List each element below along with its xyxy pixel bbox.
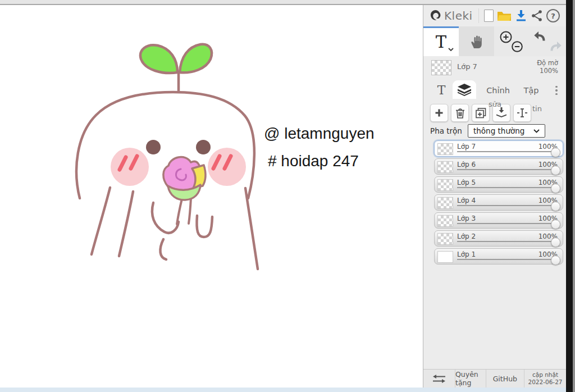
tooltip-fragment-tin: tin [532, 104, 542, 113]
kleki-app-window: @ letamnguyen # hoidap 247 Kleki [0, 0, 575, 392]
layer-name: Lớp 6 [457, 161, 476, 168]
opacity-slider-knob[interactable] [551, 202, 560, 211]
merge-layer-button[interactable] [492, 104, 510, 122]
trash-icon [455, 108, 465, 118]
blend-mode-label: Pha trộn [430, 126, 462, 135]
delete-layer-button[interactable] [451, 104, 469, 122]
swap-arrows-button[interactable] [423, 370, 455, 388]
layer-row[interactable]: Lớp 7 100% [434, 140, 563, 157]
layer-name: Lớp 7 [457, 143, 476, 151]
tool-row: T [423, 26, 566, 56]
opacity-slider-knob[interactable] [551, 220, 560, 229]
layer-row[interactable]: Lớp 1 100% [434, 248, 563, 265]
opacity-readout: Độ mờ 100% [537, 59, 558, 75]
layer-thumbnail [437, 197, 453, 209]
layer-thumbnail [437, 179, 453, 191]
kebab-menu-icon[interactable] [551, 84, 562, 97]
layer-name: Lớp 1 [457, 250, 476, 258]
layer-thumbnail [437, 215, 453, 227]
drawing-canvas[interactable]: @ letamnguyen # hoidap 247 [0, 5, 423, 392]
new-file-icon[interactable] [484, 10, 494, 22]
zoom-out-icon[interactable] [511, 40, 523, 53]
opacity-slider-track[interactable] [457, 151, 555, 152]
opacity-slider-track[interactable] [457, 223, 555, 224]
chevron-down-icon [448, 48, 454, 51]
selected-layer-info: Lớp 7 Độ mờ 100% [423, 59, 566, 80]
swap-arrows-icon [432, 374, 446, 384]
opacity-slider-knob[interactable] [551, 238, 560, 247]
rename-layer-button[interactable] [513, 104, 531, 122]
opacity-value: 100% [537, 67, 558, 75]
duplicate-icon [476, 108, 486, 118]
sprout-character-drawing [0, 5, 423, 392]
layer-list: Lớp 7 100% Lớp 6 100% Lớp 5 100% [434, 140, 563, 266]
canvas-text-hashtag: # hoidap 247 [268, 152, 359, 170]
redo-icon[interactable] [549, 41, 563, 52]
layer-actions-row: sửa tin [423, 99, 566, 124]
undo-icon[interactable] [533, 31, 547, 42]
help-glyph: ? [551, 12, 555, 20]
kleki-logo: Kleki [429, 9, 473, 22]
layer-row[interactable]: Lớp 2 100% [434, 230, 563, 247]
update-info: cập nhật 2022-06-27 [524, 370, 566, 388]
layer-name: Lớp 4 [457, 197, 476, 204]
zoom-tools [494, 26, 530, 56]
opacity-slider-knob[interactable] [551, 184, 560, 193]
selected-layer-thumbnail [431, 60, 451, 75]
window-top-strip [0, 0, 566, 5]
share-icon[interactable] [531, 10, 543, 22]
layer-name: Lớp 2 [457, 233, 476, 240]
history-tools [530, 26, 565, 56]
tab-file[interactable]: Tập [518, 81, 545, 99]
open-folder-icon[interactable] [497, 10, 512, 22]
donate-link[interactable]: Quyên tặng [455, 370, 486, 388]
hand-icon [469, 34, 484, 49]
layer-row[interactable]: Lớp 4 100% [434, 194, 563, 211]
layer-thumbnail [437, 143, 453, 155]
opacity-slider-track[interactable] [457, 169, 555, 170]
tab-layers[interactable] [453, 80, 476, 99]
opacity-slider-knob[interactable] [551, 148, 560, 157]
panel-tab-row: T Chỉnh Tập [423, 80, 566, 99]
layer-thumbnail [437, 161, 453, 173]
blend-mode-select[interactable]: thông thường [468, 124, 545, 138]
window-right-border [573, 0, 575, 392]
tab-edit[interactable]: Chỉnh [481, 81, 515, 99]
opacity-slider-track[interactable] [457, 259, 555, 260]
update-label: cập nhật [532, 371, 558, 379]
app-title: Kleki [444, 9, 473, 22]
sidebar-footer: Quyên tặng GitHub cập nhật 2022-06-27 [423, 369, 566, 388]
layer-thumbnail [437, 251, 453, 263]
add-layer-button[interactable] [430, 104, 448, 122]
update-date: 2022-06-27 [528, 379, 562, 386]
duplicate-layer-button[interactable] [472, 104, 490, 122]
text-tool-button[interactable]: T [423, 26, 459, 56]
window-right-edge [566, 0, 573, 392]
tab-text[interactable]: T [431, 81, 451, 99]
opacity-slider-track[interactable] [457, 205, 555, 206]
blend-mode-row: Pha trộn thông thường [423, 124, 566, 140]
plus-icon [435, 108, 444, 117]
window-bottom-strip [0, 388, 566, 392]
github-link[interactable]: GitHub [486, 370, 524, 388]
layer-thumbnail [437, 233, 453, 245]
layer-row[interactable]: Lớp 5 100% [434, 176, 563, 193]
opacity-label: Độ mờ [537, 59, 558, 67]
layer-row[interactable]: Lớp 3 100% [434, 212, 563, 229]
merge-down-icon [496, 107, 507, 118]
opacity-slider-knob[interactable] [551, 166, 560, 175]
layer-row[interactable]: Lớp 6 100% [434, 158, 563, 175]
save-download-icon[interactable] [515, 10, 527, 22]
header-toolbar: ? [478, 8, 562, 23]
opacity-slider-knob[interactable] [551, 256, 560, 265]
chevron-down-icon [533, 129, 540, 133]
opacity-slider-track[interactable] [457, 241, 555, 242]
sidebar: Kleki ? T [423, 5, 566, 392]
kleki-swirl-icon [429, 9, 442, 22]
opacity-slider-track[interactable] [457, 187, 555, 188]
hand-tool-button[interactable] [459, 26, 494, 56]
layers-stack-icon [457, 84, 472, 96]
layer-name: Lớp 3 [457, 215, 476, 222]
selected-layer-name: Lớp 7 [457, 62, 477, 71]
help-icon[interactable]: ? [546, 9, 560, 22]
